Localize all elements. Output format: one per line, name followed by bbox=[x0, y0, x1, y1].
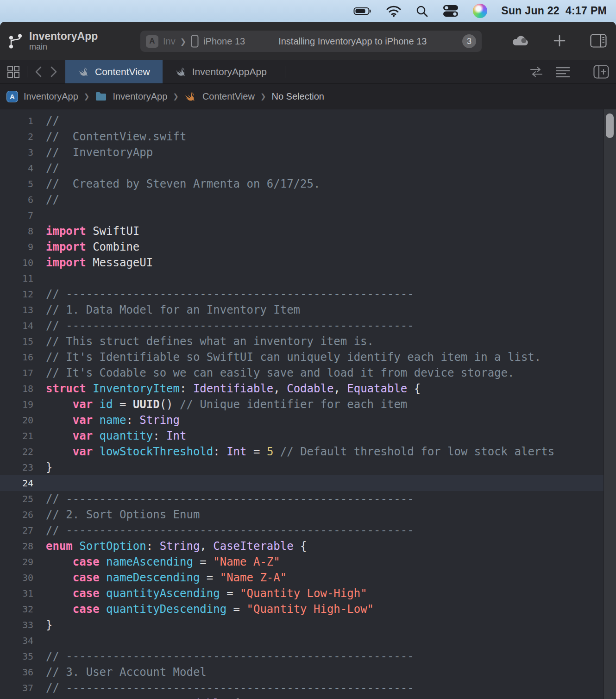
code-line-21[interactable]: 21 var quantity: Int bbox=[0, 428, 616, 444]
breadcrumb-project[interactable]: A InventoryApp bbox=[6, 91, 78, 102]
code-line-7[interactable]: 7 bbox=[0, 208, 616, 223]
code-line-33[interactable]: 33} bbox=[0, 617, 616, 633]
line-number[interactable]: 4 bbox=[0, 163, 33, 174]
code-line-1[interactable]: 1// bbox=[0, 113, 616, 129]
inspector-toggle-button[interactable] bbox=[590, 34, 607, 48]
code-line-14[interactable]: 14// -----------------------------------… bbox=[0, 318, 616, 334]
code-line-3[interactable]: 3// InventoryApp bbox=[0, 145, 616, 160]
code-line-35[interactable]: 35// -----------------------------------… bbox=[0, 649, 616, 664]
line-number[interactable]: 3 bbox=[0, 147, 33, 158]
code-line-9[interactable]: 9import Combine bbox=[0, 239, 616, 255]
breadcrumb-file[interactable]: ContentView bbox=[184, 90, 255, 103]
code-line-25[interactable]: 25// -----------------------------------… bbox=[0, 491, 616, 507]
control-center[interactable] bbox=[442, 5, 459, 17]
code-line-17[interactable]: 17// It's Codable so we can easily save … bbox=[0, 365, 616, 381]
code-line-22[interactable]: 22 var lowStockThreshold: Int = 5 // Def… bbox=[0, 444, 616, 460]
line-number[interactable]: 1 bbox=[0, 115, 33, 126]
code-line-10[interactable]: 10import MessageUI bbox=[0, 255, 616, 271]
line-number[interactable]: 10 bbox=[0, 257, 33, 268]
code-line-11[interactable]: 11 bbox=[0, 271, 616, 286]
code-line-38[interactable]: 38struct UserAccount: Codable { bbox=[0, 696, 616, 699]
line-number[interactable]: 12 bbox=[0, 289, 33, 300]
code-line-15[interactable]: 15// This struct defines what an invento… bbox=[0, 334, 616, 349]
tab-contentview[interactable]: ContentView bbox=[65, 60, 163, 83]
code-line-12[interactable]: 12// -----------------------------------… bbox=[0, 286, 616, 302]
breadcrumb-group[interactable]: InventoryApp bbox=[95, 91, 167, 102]
code-line-32[interactable]: 32 case quantityDescending = "Quantity H… bbox=[0, 601, 616, 617]
code-line-2[interactable]: 2// ContentView.swift bbox=[0, 129, 616, 145]
line-number[interactable]: 33 bbox=[0, 619, 33, 630]
line-number[interactable]: 32 bbox=[0, 604, 33, 615]
scrollbar-track[interactable] bbox=[603, 109, 616, 699]
line-number[interactable]: 2 bbox=[0, 131, 33, 142]
code-line-4[interactable]: 4// bbox=[0, 160, 616, 176]
line-number[interactable]: 14 bbox=[0, 320, 33, 331]
source-editor[interactable]: 1//2// ContentView.swift3// InventoryApp… bbox=[0, 109, 616, 699]
xcode-cloud-button[interactable] bbox=[511, 34, 529, 47]
line-number[interactable]: 27 bbox=[0, 525, 33, 536]
line-number[interactable]: 25 bbox=[0, 493, 33, 504]
code-line-18[interactable]: 18struct InventoryItem: Identifiable, Co… bbox=[0, 381, 616, 397]
project-info[interactable]: InventoryApp main bbox=[7, 30, 98, 52]
battery-status[interactable] bbox=[353, 6, 372, 16]
line-number[interactable]: 6 bbox=[0, 194, 33, 205]
menu-bar-clock[interactable]: Sun Jun 22 4:17 PM bbox=[501, 5, 607, 17]
code-line-20[interactable]: 20 var name: String bbox=[0, 412, 616, 428]
line-number[interactable]: 21 bbox=[0, 430, 33, 441]
scrollbar-thumb[interactable] bbox=[606, 113, 614, 138]
line-number[interactable]: 29 bbox=[0, 556, 33, 567]
line-number[interactable]: 15 bbox=[0, 336, 33, 347]
code-line-30[interactable]: 30 case nameDescending = "Name Z-A" bbox=[0, 570, 616, 586]
code-line-16[interactable]: 16// It's Identifiable so SwiftUI can un… bbox=[0, 349, 616, 365]
add-button[interactable] bbox=[553, 34, 566, 47]
line-number[interactable]: 26 bbox=[0, 509, 33, 520]
forward-button[interactable] bbox=[50, 65, 58, 78]
code-line-31[interactable]: 31 case quantityAscending = "Quantity Lo… bbox=[0, 586, 616, 601]
line-number[interactable]: 31 bbox=[0, 588, 33, 599]
scheme-and-activity-bar[interactable]: A Inv ❯ iPhone 13 Installing InventoryAp… bbox=[140, 31, 482, 52]
line-number[interactable]: 35 bbox=[0, 651, 33, 662]
code-line-29[interactable]: 29 case nameAscending = "Name A-Z" bbox=[0, 554, 616, 570]
editor-options-button[interactable] bbox=[555, 66, 571, 78]
code-line-36[interactable]: 36// 3. User Account Model bbox=[0, 664, 616, 680]
spotlight-search[interactable] bbox=[415, 5, 428, 18]
code-line-24[interactable]: 24 bbox=[0, 475, 616, 491]
code-area[interactable]: 1//2// ContentView.swift3// InventoryApp… bbox=[0, 109, 616, 699]
tab-inventoryappapp[interactable]: InventoryAppApp bbox=[163, 60, 279, 83]
scheme-target[interactable]: Inv bbox=[163, 36, 176, 47]
line-number[interactable]: 36 bbox=[0, 667, 33, 678]
siri-button[interactable] bbox=[473, 4, 487, 18]
add-editor-button[interactable] bbox=[593, 65, 609, 79]
code-line-13[interactable]: 13// 1. Data Model for an Inventory Item bbox=[0, 302, 616, 318]
line-number[interactable]: 5 bbox=[0, 178, 33, 189]
line-number[interactable]: 37 bbox=[0, 682, 33, 693]
breadcrumb-selection[interactable]: No Selection bbox=[272, 91, 324, 102]
line-number[interactable]: 24 bbox=[0, 478, 33, 489]
related-items-button[interactable] bbox=[7, 65, 20, 78]
line-number[interactable]: 34 bbox=[0, 635, 33, 646]
code-line-26[interactable]: 26// 2. Sort Options Enum bbox=[0, 507, 616, 523]
wifi-status[interactable] bbox=[386, 5, 402, 17]
code-line-5[interactable]: 5// Created by Steven Armenta on 6/17/25… bbox=[0, 176, 616, 192]
line-number[interactable]: 18 bbox=[0, 383, 33, 394]
line-number[interactable]: 17 bbox=[0, 367, 33, 378]
line-number[interactable]: 16 bbox=[0, 352, 33, 363]
line-number[interactable]: 13 bbox=[0, 304, 33, 315]
line-number[interactable]: 11 bbox=[0, 273, 33, 284]
scheme-device[interactable]: iPhone 13 bbox=[203, 36, 245, 47]
code-line-34[interactable]: 34 bbox=[0, 633, 616, 649]
line-number[interactable]: 30 bbox=[0, 572, 33, 583]
code-line-19[interactable]: 19 var id = UUID() // Unique identifier … bbox=[0, 397, 616, 412]
line-number[interactable]: 22 bbox=[0, 446, 33, 457]
line-number[interactable]: 9 bbox=[0, 241, 33, 252]
code-line-37[interactable]: 37// -----------------------------------… bbox=[0, 680, 616, 696]
code-line-27[interactable]: 27// -----------------------------------… bbox=[0, 523, 616, 538]
code-line-28[interactable]: 28enum SortOption: String, CaseIterable … bbox=[0, 538, 616, 554]
line-number[interactable]: 20 bbox=[0, 415, 33, 426]
line-number[interactable]: 8 bbox=[0, 226, 33, 237]
line-number[interactable]: 23 bbox=[0, 462, 33, 473]
line-number[interactable]: 28 bbox=[0, 541, 33, 552]
code-review-button[interactable] bbox=[529, 66, 544, 78]
code-line-6[interactable]: 6// bbox=[0, 192, 616, 208]
code-line-8[interactable]: 8import SwiftUI bbox=[0, 223, 616, 239]
